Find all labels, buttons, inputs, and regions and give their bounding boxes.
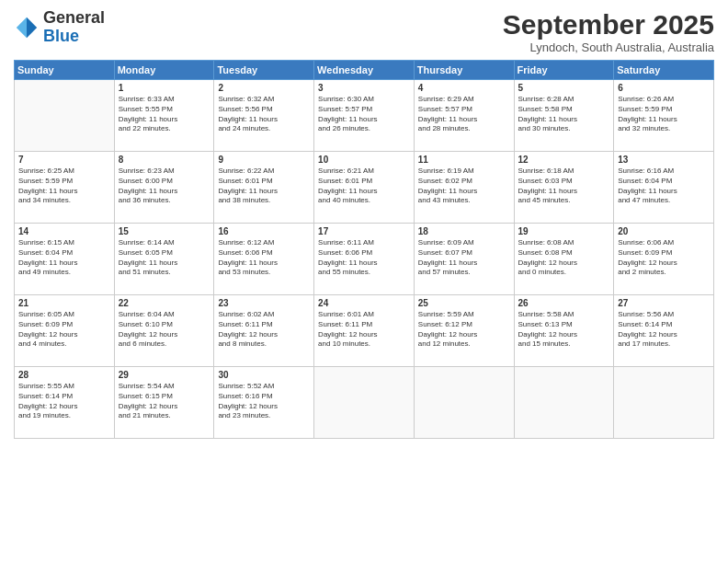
calendar-cell: 24Sunrise: 6:01 AM Sunset: 6:11 PM Dayli…	[314, 295, 415, 367]
calendar-cell	[15, 80, 115, 152]
cell-info: Sunrise: 6:21 AM Sunset: 6:01 PM Dayligh…	[318, 167, 410, 206]
cell-info: Sunrise: 6:19 AM Sunset: 6:02 PM Dayligh…	[418, 167, 510, 206]
cell-info: Sunrise: 6:14 AM Sunset: 6:05 PM Dayligh…	[119, 238, 210, 278]
cell-info: Sunrise: 6:29 AM Sunset: 5:57 PM Dayligh…	[418, 95, 510, 134]
svg-marker-3	[27, 28, 37, 38]
cell-info: Sunrise: 5:55 AM Sunset: 6:14 PM Dayligh…	[18, 382, 110, 421]
day-number: 6	[618, 83, 710, 93]
cell-info: Sunrise: 6:18 AM Sunset: 6:03 PM Dayligh…	[518, 167, 610, 206]
day-number: 13	[618, 155, 710, 165]
column-header-tuesday: Tuesday	[214, 61, 314, 80]
calendar-cell: 28Sunrise: 5:55 AM Sunset: 6:14 PM Dayli…	[15, 367, 115, 439]
day-number: 12	[518, 155, 610, 165]
calendar-cell: 3Sunrise: 6:30 AM Sunset: 5:57 PM Daylig…	[314, 80, 415, 152]
calendar-cell: 2Sunrise: 6:32 AM Sunset: 5:56 PM Daylig…	[214, 80, 314, 152]
day-number: 25	[418, 298, 510, 308]
svg-marker-0	[27, 17, 37, 28]
day-number: 26	[518, 298, 610, 308]
column-header-friday: Friday	[514, 61, 614, 80]
calendar-cell: 26Sunrise: 5:58 AM Sunset: 6:13 PM Dayli…	[514, 295, 614, 367]
day-number: 21	[18, 298, 110, 308]
calendar-cell: 1Sunrise: 6:33 AM Sunset: 5:55 PM Daylig…	[114, 80, 214, 152]
day-number: 14	[18, 226, 110, 236]
calendar-cell: 23Sunrise: 6:02 AM Sunset: 6:11 PM Dayli…	[214, 295, 314, 367]
cell-info: Sunrise: 6:01 AM Sunset: 6:11 PM Dayligh…	[318, 310, 410, 350]
cell-info: Sunrise: 6:12 AM Sunset: 6:06 PM Dayligh…	[218, 238, 310, 278]
cell-info: Sunrise: 5:59 AM Sunset: 6:12 PM Dayligh…	[418, 310, 510, 350]
calendar-cell: 8Sunrise: 6:23 AM Sunset: 6:00 PM Daylig…	[114, 152, 214, 224]
day-number: 23	[218, 298, 310, 308]
day-number: 11	[418, 155, 510, 165]
column-header-thursday: Thursday	[414, 61, 514, 80]
calendar-cell: 27Sunrise: 5:56 AM Sunset: 6:14 PM Dayli…	[614, 295, 714, 367]
cell-info: Sunrise: 5:56 AM Sunset: 6:14 PM Dayligh…	[618, 310, 710, 350]
cell-info: Sunrise: 5:54 AM Sunset: 6:15 PM Dayligh…	[119, 382, 210, 421]
calendar-cell	[414, 367, 514, 439]
calendar-cell: 4Sunrise: 6:29 AM Sunset: 5:57 PM Daylig…	[414, 80, 514, 152]
calendar-cell: 17Sunrise: 6:11 AM Sunset: 6:06 PM Dayli…	[314, 224, 415, 295]
calendar-body: 1Sunrise: 6:33 AM Sunset: 5:55 PM Daylig…	[15, 80, 714, 439]
week-row-2: 7Sunrise: 6:25 AM Sunset: 5:59 PM Daylig…	[15, 152, 714, 224]
cell-info: Sunrise: 6:04 AM Sunset: 6:10 PM Dayligh…	[119, 310, 210, 350]
cell-info: Sunrise: 6:08 AM Sunset: 6:08 PM Dayligh…	[518, 238, 610, 278]
calendar-cell: 29Sunrise: 5:54 AM Sunset: 6:15 PM Dayli…	[114, 367, 214, 439]
cell-info: Sunrise: 6:16 AM Sunset: 6:04 PM Dayligh…	[618, 167, 710, 206]
calendar-cell: 15Sunrise: 6:14 AM Sunset: 6:05 PM Dayli…	[114, 224, 214, 295]
cell-info: Sunrise: 6:22 AM Sunset: 6:01 PM Dayligh…	[218, 167, 310, 206]
cell-info: Sunrise: 6:30 AM Sunset: 5:57 PM Dayligh…	[318, 95, 410, 134]
cell-info: Sunrise: 6:05 AM Sunset: 6:09 PM Dayligh…	[18, 310, 110, 350]
cell-info: Sunrise: 5:52 AM Sunset: 6:16 PM Dayligh…	[218, 382, 310, 421]
title-block: September 2025 Lyndoch, South Australia,…	[503, 9, 714, 54]
day-number: 8	[119, 155, 210, 165]
calendar-cell: 6Sunrise: 6:26 AM Sunset: 5:59 PM Daylig…	[614, 80, 714, 152]
cell-info: Sunrise: 6:02 AM Sunset: 6:11 PM Dayligh…	[218, 310, 310, 350]
day-number: 7	[18, 155, 110, 165]
day-number: 1	[119, 83, 210, 93]
calendar-cell: 20Sunrise: 6:06 AM Sunset: 6:09 PM Dayli…	[614, 224, 714, 295]
calendar-table: SundayMondayTuesdayWednesdayThursdayFrid…	[14, 60, 714, 439]
calendar-cell: 19Sunrise: 6:08 AM Sunset: 6:08 PM Dayli…	[514, 224, 614, 295]
calendar-cell: 11Sunrise: 6:19 AM Sunset: 6:02 PM Dayli…	[414, 152, 514, 224]
cell-info: Sunrise: 6:06 AM Sunset: 6:09 PM Dayligh…	[618, 238, 710, 278]
calendar-cell: 5Sunrise: 6:28 AM Sunset: 5:58 PM Daylig…	[514, 80, 614, 152]
column-header-wednesday: Wednesday	[314, 61, 415, 80]
week-row-5: 28Sunrise: 5:55 AM Sunset: 6:14 PM Dayli…	[15, 367, 714, 439]
cell-info: Sunrise: 6:28 AM Sunset: 5:58 PM Dayligh…	[518, 95, 610, 134]
calendar-cell: 12Sunrise: 6:18 AM Sunset: 6:03 PM Dayli…	[514, 152, 614, 224]
calendar-header-row: SundayMondayTuesdayWednesdayThursdayFrid…	[15, 61, 714, 80]
calendar-cell: 16Sunrise: 6:12 AM Sunset: 6:06 PM Dayli…	[214, 224, 314, 295]
svg-marker-2	[17, 28, 27, 38]
svg-marker-1	[17, 17, 27, 28]
cell-info: Sunrise: 6:11 AM Sunset: 6:06 PM Dayligh…	[318, 238, 410, 278]
day-number: 17	[318, 226, 410, 236]
header: General Blue September 2025 Lyndoch, Sou…	[14, 9, 714, 54]
day-number: 30	[218, 370, 310, 380]
day-number: 29	[119, 370, 210, 380]
calendar-cell: 13Sunrise: 6:16 AM Sunset: 6:04 PM Dayli…	[614, 152, 714, 224]
day-number: 27	[618, 298, 710, 308]
cell-info: Sunrise: 6:15 AM Sunset: 6:04 PM Dayligh…	[18, 238, 110, 278]
day-number: 3	[318, 83, 410, 93]
day-number: 10	[318, 155, 410, 165]
day-number: 4	[418, 83, 510, 93]
calendar-cell: 21Sunrise: 6:05 AM Sunset: 6:09 PM Dayli…	[15, 295, 115, 367]
cell-info: Sunrise: 6:25 AM Sunset: 5:59 PM Dayligh…	[18, 167, 110, 206]
week-row-3: 14Sunrise: 6:15 AM Sunset: 6:04 PM Dayli…	[15, 224, 714, 295]
logo: General Blue	[14, 9, 105, 46]
week-row-4: 21Sunrise: 6:05 AM Sunset: 6:09 PM Dayli…	[15, 295, 714, 367]
week-row-1: 1Sunrise: 6:33 AM Sunset: 5:55 PM Daylig…	[15, 80, 714, 152]
calendar-cell: 7Sunrise: 6:25 AM Sunset: 5:59 PM Daylig…	[15, 152, 115, 224]
cell-info: Sunrise: 5:58 AM Sunset: 6:13 PM Dayligh…	[518, 310, 610, 350]
cell-info: Sunrise: 6:23 AM Sunset: 6:00 PM Dayligh…	[119, 167, 210, 206]
day-number: 18	[418, 226, 510, 236]
column-header-monday: Monday	[114, 61, 214, 80]
calendar-cell: 14Sunrise: 6:15 AM Sunset: 6:04 PM Dayli…	[15, 224, 115, 295]
day-number: 22	[119, 298, 210, 308]
day-number: 16	[218, 226, 310, 236]
day-number: 19	[518, 226, 610, 236]
page: General Blue September 2025 Lyndoch, Sou…	[0, 0, 728, 563]
day-number: 5	[518, 83, 610, 93]
calendar-cell: 10Sunrise: 6:21 AM Sunset: 6:01 PM Dayli…	[314, 152, 415, 224]
day-number: 20	[618, 226, 710, 236]
logo-text: General Blue	[43, 9, 105, 46]
